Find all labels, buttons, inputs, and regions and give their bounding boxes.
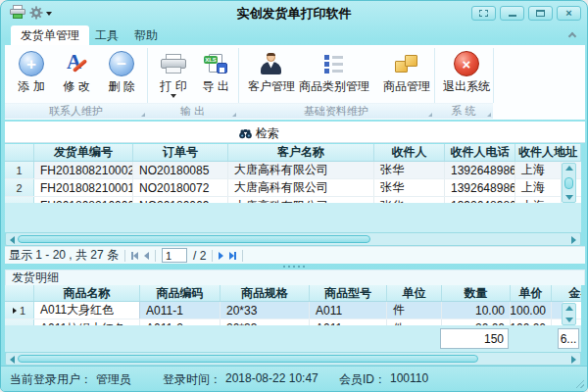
category-management-button[interactable]: 商品类别管理 xyxy=(293,48,375,103)
header-customer[interactable]: 客户名称 xyxy=(228,144,374,161)
delete-button[interactable]: − 删 除 xyxy=(97,48,146,103)
exit-system-button[interactable]: × 退出系统 xyxy=(436,48,497,103)
ribbon-separator xyxy=(147,48,148,103)
group-expand-icon[interactable] xyxy=(141,113,145,117)
header-product-code[interactable]: 商品编码 xyxy=(140,285,220,301)
order-row-1[interactable]: 1 FH201808210002 NO20180085 大唐高科有限公司 张华 … xyxy=(5,162,581,179)
style-icon xyxy=(479,10,488,17)
close-button[interactable]: × xyxy=(557,6,581,21)
header-unit-price[interactable]: 单价 xyxy=(511,285,552,301)
first-page-button[interactable] xyxy=(131,252,138,260)
print-button[interactable]: 打 印 xyxy=(150,48,197,103)
group-system: 系 统 xyxy=(434,103,493,119)
export-xls-icon: XLS xyxy=(203,54,228,74)
next-page-button[interactable] xyxy=(219,252,223,260)
header-product-model[interactable]: 商品型号 xyxy=(310,285,387,301)
resize-grip[interactable] xyxy=(574,378,584,388)
search-hint: 检索 xyxy=(239,125,279,142)
tab-tools[interactable]: 工具 xyxy=(87,25,126,45)
separator xyxy=(155,250,156,262)
scroll-right-icon[interactable] xyxy=(571,356,576,364)
tab-help[interactable]: 帮助 xyxy=(126,25,166,45)
group-expand-icon[interactable] xyxy=(232,113,236,117)
group-expand-icon[interactable] xyxy=(487,113,491,117)
group-output: 输 出 xyxy=(147,103,238,119)
header-quantity[interactable]: 数量 xyxy=(442,285,511,301)
separator xyxy=(124,250,125,262)
separator xyxy=(242,250,243,262)
detail-horizontal-scrollbar[interactable] xyxy=(5,352,581,366)
search-input[interactable]: 检索 xyxy=(5,122,585,143)
header-recipient[interactable]: 收件人 xyxy=(374,144,445,161)
maximize-icon xyxy=(536,10,545,17)
current-row-marker xyxy=(13,308,17,314)
orders-grid: 发货单编号 订单号 客户名称 收件人 收件人电话 收件人地址 1 FH20180… xyxy=(5,144,581,203)
header-product-spec[interactable]: 商品规格 xyxy=(220,285,310,301)
exit-red-icon: × xyxy=(454,51,479,76)
header-amount-clipped[interactable]: 金额 xyxy=(552,285,581,301)
total-amount-box: 6... xyxy=(558,328,579,349)
scroll-down-icon[interactable] xyxy=(565,318,573,322)
orders-horizontal-scrollbar[interactable] xyxy=(5,232,581,246)
prev-page-button[interactable] xyxy=(144,252,149,260)
window-controls: × xyxy=(471,6,581,21)
header-selector xyxy=(5,285,34,301)
detail-vertical-scrollbar[interactable] xyxy=(562,303,576,325)
scroll-up-icon[interactable] xyxy=(565,166,573,171)
header-shipping-no[interactable]: 发货单编号 xyxy=(34,144,133,161)
status-current-user: 当前登录用户：管理员 xyxy=(10,371,131,388)
close-icon: × xyxy=(565,8,571,19)
minus-circle-icon: − xyxy=(109,51,134,76)
add-button[interactable]: + 添 加 xyxy=(7,48,56,103)
group-basic-data: 基础资料维护 xyxy=(238,103,434,119)
last-page-button[interactable] xyxy=(229,252,236,260)
status-bar: 当前登录用户：管理员 登录时间：2018-08-22 10:47 会员ID：10… xyxy=(1,366,587,391)
status-login-time: 登录时间：2018-08-22 10:47 xyxy=(163,371,318,388)
scroll-left-icon[interactable] xyxy=(10,236,15,244)
total-quantity-box: 150 xyxy=(440,328,509,349)
print-dropdown-caret[interactable] xyxy=(171,94,176,101)
header-unit[interactable]: 单位 xyxy=(387,285,442,301)
search-label: 检索 xyxy=(256,125,279,142)
printer-icon xyxy=(161,54,186,74)
minimize-button[interactable] xyxy=(500,6,524,21)
tab-shipping-management[interactable]: 发货单管理 xyxy=(11,25,89,45)
scroll-down-icon[interactable] xyxy=(565,195,573,200)
scroll-left-icon[interactable] xyxy=(10,356,15,364)
ribbon: + 添 加 A 修 改 − 删 除 打 印 XLS 导 出 客户管理 xyxy=(5,45,585,120)
modify-button[interactable]: A 修 改 xyxy=(52,48,101,103)
header-address[interactable]: 收件人地址 xyxy=(515,144,581,161)
header-selector xyxy=(5,144,34,161)
detail-section-title: 发货明细 xyxy=(5,270,585,285)
header-order-no[interactable]: 订单号 xyxy=(133,144,228,161)
scroll-right-icon[interactable] xyxy=(571,236,576,244)
page-total: / 2 xyxy=(193,249,206,263)
orders-vertical-scrollbar[interactable] xyxy=(562,163,576,203)
detail-header-row: 商品名称 商品编码 商品规格 商品型号 单位 数量 单价 金额 xyxy=(5,285,581,302)
order-row-2[interactable]: 2 FH201808210001 NO20180072 大唐高科有限公司 张华 … xyxy=(5,179,581,197)
header-phone[interactable]: 收件人电话 xyxy=(445,144,515,161)
businessman-icon xyxy=(260,53,283,75)
orders-empty-area xyxy=(5,203,581,232)
product-management-button[interactable]: 商品管理 xyxy=(375,48,438,103)
pagination-summary: 显示 1 - 20 , 共 27 条 xyxy=(9,247,119,264)
scroll-thumb[interactable] xyxy=(18,235,370,243)
maximize-button[interactable] xyxy=(528,6,553,21)
binoculars-icon xyxy=(239,128,252,139)
edit-a-pencil-icon: A xyxy=(64,51,89,76)
ribbon-collapse-button[interactable] xyxy=(567,30,579,40)
header-product-name[interactable]: 商品名称 xyxy=(34,285,140,301)
group-expand-icon[interactable] xyxy=(428,113,432,117)
scroll-thumb[interactable] xyxy=(18,355,478,363)
page-number-input[interactable] xyxy=(162,248,187,263)
style-button[interactable] xyxy=(471,6,496,21)
orders-header-row: 发货单编号 订单号 客户名称 收件人 收件人电话 收件人地址 xyxy=(5,144,581,162)
product-boxes-icon xyxy=(394,54,419,74)
scroll-up-icon[interactable] xyxy=(565,306,573,311)
export-button[interactable]: XLS 导 出 xyxy=(192,48,239,103)
detail-row-1[interactable]: 1 A011大身红色 A011-1 20*33 A011 件 10.00 100… xyxy=(5,302,581,319)
pagination-bar: 显示 1 - 20 , 共 27 条 / 2 xyxy=(5,246,585,264)
chevron-up-icon xyxy=(568,32,576,40)
scroll-thumb[interactable] xyxy=(564,177,573,189)
detail-grid: 商品名称 商品编码 商品规格 商品型号 单位 数量 单价 金额 1 A011大身… xyxy=(5,285,581,325)
